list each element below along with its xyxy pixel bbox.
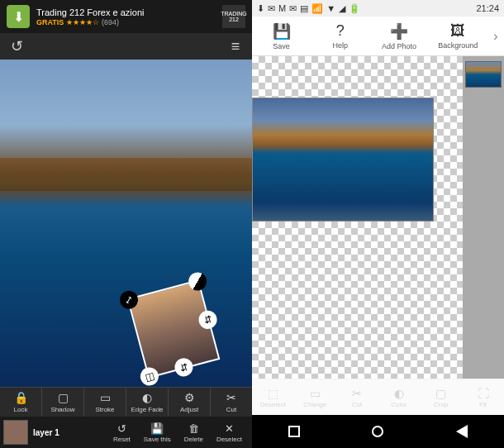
ad-logo: TRADING 212 <box>222 5 245 28</box>
fit-button[interactable]: ⛶Fit <box>462 379 504 415</box>
status-icon: 🔋 <box>349 3 360 14</box>
flip-h-handle[interactable]: ⇵ <box>197 308 219 331</box>
bottom-tools: ⬚Deselect▭Change✂Cut◐Color▢Crop⛶Fit <box>252 379 504 415</box>
color-button[interactable]: ◐Color <box>378 379 420 415</box>
cut-icon: ✂ <box>226 391 236 404</box>
cut-button[interactable]: ✂Cut <box>211 388 252 417</box>
deselect-button[interactable]: ✕Deselect <box>210 421 249 445</box>
edge fade-button[interactable]: ◐Edge Fade <box>126 388 169 417</box>
edge fade-icon: ◐ <box>142 391 152 404</box>
fit-icon: ⛶ <box>478 387 489 400</box>
mirror-handle[interactable]: ◫ <box>138 365 160 387</box>
status-icon: M <box>278 3 286 13</box>
placed-photo[interactable] <box>252 98 434 222</box>
bottom-toolbar: 🔒Lock▢Shadow▭Stroke◐Edge Fade⚙Adjust✂Cut… <box>0 387 252 448</box>
scale-handle[interactable] <box>187 270 209 293</box>
ad-title: Trading 212 Forex e azioni <box>36 7 222 17</box>
change-icon: ▭ <box>310 387 321 400</box>
stroke-icon: ▭ <box>100 391 111 404</box>
status-icon: ▤ <box>300 3 308 14</box>
deselect-icon: ✕ <box>225 422 234 435</box>
layer-label: layer 1 <box>33 428 59 437</box>
adjust-icon: ⚙ <box>184 391 195 404</box>
more-icon[interactable]: › <box>487 29 504 44</box>
status-icon: ▼ <box>326 3 335 13</box>
add photo-icon: ➕ <box>390 22 408 41</box>
cut-button[interactable]: ✂Cut <box>336 379 378 415</box>
ad-review-count: (694) <box>102 18 119 26</box>
lock-button[interactable]: 🔒Lock <box>0 388 42 417</box>
background-button[interactable]: 🖼Background <box>429 22 487 50</box>
status-bar: ⬇✉M✉▤📶▼◢🔋 21:24 <box>252 0 504 17</box>
save-this-button[interactable]: 💾Save this <box>137 421 178 445</box>
undo-icon[interactable]: ↺ <box>7 36 26 56</box>
color-icon: ◐ <box>394 387 404 400</box>
shadow-icon: ▢ <box>58 391 69 404</box>
delete-button[interactable]: 🗑Delete <box>178 421 210 445</box>
status-icon: 📶 <box>311 3 323 14</box>
status-icon: ✉ <box>289 3 297 14</box>
layers-panel <box>463 56 504 379</box>
rotate-handle[interactable]: ⤢ <box>118 288 140 311</box>
background-icon: 🖼 <box>450 22 465 40</box>
ad-stars: ★★★★☆ <box>66 18 99 26</box>
home-button[interactable] <box>361 426 394 437</box>
crop-button[interactable]: ▢Crop <box>420 379 462 415</box>
reset-icon: ↺ <box>117 422 126 435</box>
left-phone-screen: ⬇ Trading 212 Forex e azioni GRATIS ★★★★… <box>0 0 252 448</box>
save this-icon: 💾 <box>150 422 164 435</box>
download-icon[interactable]: ⬇ <box>7 5 30 28</box>
layer-thumbnail[interactable] <box>465 61 502 88</box>
reset-button[interactable]: ↺Reset <box>107 421 137 445</box>
delete-icon: 🗑 <box>188 422 199 435</box>
lock-icon: 🔒 <box>14 391 28 404</box>
change-button[interactable]: ▭Change <box>294 379 336 415</box>
crop-icon: ▢ <box>435 387 446 400</box>
top-toolbar: 💾Save?Help➕Add Photo🖼Background › <box>252 17 504 56</box>
cut-icon: ✂ <box>352 387 362 400</box>
recent-apps-button[interactable] <box>278 426 311 437</box>
deselect-icon: ⬚ <box>268 387 278 400</box>
main-canvas[interactable] <box>252 56 463 379</box>
canvas[interactable]: ⤢ ⇵ ◫ ⇵ <box>0 60 252 387</box>
status-icon: ⬇ <box>257 3 264 14</box>
background-photo <box>0 158 252 191</box>
shadow-button[interactable]: ▢Shadow <box>42 388 84 417</box>
status-icon: ✉ <box>268 3 275 14</box>
add-photo-button[interactable]: ➕Add Photo <box>370 22 429 50</box>
ad-banner[interactable]: ⬇ Trading 212 Forex e azioni GRATIS ★★★★… <box>0 0 252 33</box>
status-time: 21:24 <box>476 3 499 13</box>
layer-row: layer 1 ↺Reset💾Save this🗑Delete✕Deselect <box>0 417 252 448</box>
menu-icon[interactable]: ≡ <box>226 36 245 56</box>
help-button[interactable]: ?Help <box>311 22 369 50</box>
adjust-button[interactable]: ⚙Adjust <box>169 388 211 417</box>
selfie-layer[interactable]: ⤢ ⇵ ◫ ⇵ <box>127 279 221 379</box>
canvas-area <box>252 56 504 379</box>
save-button[interactable]: 💾Save <box>252 22 311 50</box>
help-icon: ? <box>336 22 345 40</box>
stroke-button[interactable]: ▭Stroke <box>84 388 126 417</box>
selfie-frame[interactable]: ⤢ ⇵ ◫ ⇵ <box>127 279 221 379</box>
ad-text: Trading 212 Forex e azioni GRATIS ★★★★☆ … <box>36 7 222 26</box>
top-toolbar: ↺ ≡ <box>0 33 252 60</box>
flip-v-handle[interactable]: ⇵ <box>173 356 195 379</box>
status-icon: ◢ <box>339 3 345 14</box>
right-phone-screen: ⬇✉M✉▤📶▼◢🔋 21:24 💾Save?Help➕Add Photo🖼Bac… <box>252 0 504 448</box>
deselect-button[interactable]: ⬚Deselect <box>252 379 294 415</box>
android-nav-bar <box>252 415 504 448</box>
layer-thumbnail[interactable] <box>3 420 28 445</box>
back-button[interactable] <box>445 425 478 438</box>
save-icon: 💾 <box>273 22 291 41</box>
ad-price: GRATIS <box>36 18 64 26</box>
